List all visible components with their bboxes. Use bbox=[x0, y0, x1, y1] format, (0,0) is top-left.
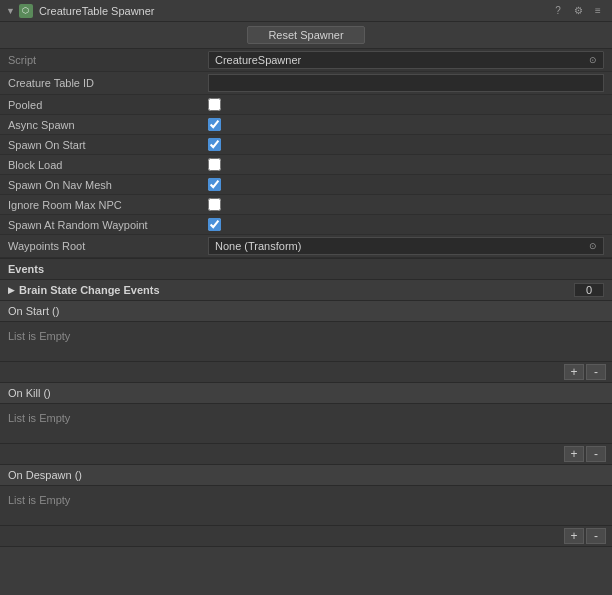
waypoints-root-label: Waypoints Root bbox=[8, 240, 208, 252]
on-kill-empty-text: List is Empty bbox=[8, 412, 70, 424]
on-kill-label: On Kill () bbox=[8, 387, 51, 399]
script-name-text: CreatureSpawner bbox=[215, 54, 301, 66]
field-row-block-load: Block Load bbox=[0, 155, 612, 175]
script-field-label: Script bbox=[8, 54, 208, 66]
on-start-event-block: On Start () List is Empty + - bbox=[0, 301, 612, 383]
reset-spawner-button[interactable]: Reset Spawner bbox=[247, 26, 364, 44]
ignore-room-max-npc-checkbox[interactable] bbox=[208, 198, 221, 211]
help-icon[interactable]: ? bbox=[550, 3, 566, 19]
creature-table-id-input[interactable] bbox=[208, 74, 604, 92]
on-start-empty-text: List is Empty bbox=[8, 330, 70, 342]
brain-state-events-label: Brain State Change Events bbox=[19, 284, 574, 296]
field-row-ignore-room-max-npc: Ignore Room Max NPC bbox=[0, 195, 612, 215]
spawn-on-start-value bbox=[208, 138, 604, 151]
on-start-remove-button[interactable]: - bbox=[586, 364, 606, 380]
field-row-async-spawn: Async Spawn bbox=[0, 115, 612, 135]
on-kill-remove-button[interactable]: - bbox=[586, 446, 606, 462]
brain-state-collapse-icon: ▶ bbox=[8, 285, 15, 295]
on-despawn-header: On Despawn () bbox=[0, 465, 612, 486]
on-despawn-label: On Despawn () bbox=[8, 469, 82, 481]
reset-button-row: Reset Spawner bbox=[0, 22, 612, 49]
on-start-add-button[interactable]: + bbox=[564, 364, 584, 380]
waypoints-root-value: None (Transform) ⊙ bbox=[208, 237, 604, 255]
collapse-arrow-icon[interactable]: ▼ bbox=[6, 6, 15, 16]
brain-state-events-count: 0 bbox=[574, 283, 604, 297]
field-row-pooled: Pooled bbox=[0, 95, 612, 115]
spawn-at-random-waypoint-label: Spawn At Random Waypoint bbox=[8, 219, 208, 231]
creature-table-id-label: Creature Table ID bbox=[8, 77, 208, 89]
waypoints-root-dropdown-text: None (Transform) bbox=[215, 240, 301, 252]
on-despawn-add-button[interactable]: + bbox=[564, 528, 584, 544]
on-start-header: On Start () bbox=[0, 301, 612, 322]
script-target-icon[interactable]: ⊙ bbox=[589, 55, 597, 65]
on-kill-add-button[interactable]: + bbox=[564, 446, 584, 462]
block-load-label: Block Load bbox=[8, 159, 208, 171]
spawn-on-nav-mesh-checkbox[interactable] bbox=[208, 178, 221, 191]
async-spawn-value bbox=[208, 118, 604, 131]
ignore-room-max-npc-label: Ignore Room Max NPC bbox=[8, 199, 208, 211]
events-section: Events ▶ Brain State Change Events 0 On … bbox=[0, 258, 612, 547]
on-despawn-footer: + - bbox=[0, 526, 612, 547]
pooled-label: Pooled bbox=[8, 99, 208, 111]
waypoints-root-dropdown[interactable]: None (Transform) ⊙ bbox=[208, 237, 604, 255]
title-bar: ▼ ⬡ CreatureTable Spawner ? ⚙ ≡ bbox=[0, 0, 612, 22]
on-despawn-event-block: On Despawn () List is Empty + - bbox=[0, 465, 612, 547]
events-section-header: Events bbox=[0, 258, 612, 279]
field-row-spawn-on-start: Spawn On Start bbox=[0, 135, 612, 155]
script-field-row: Script CreatureSpawner ⊙ bbox=[0, 49, 612, 72]
component-title: CreatureTable Spawner bbox=[39, 5, 544, 17]
spawn-on-nav-mesh-label: Spawn On Nav Mesh bbox=[8, 179, 208, 191]
menu-icon[interactable]: ≡ bbox=[590, 3, 606, 19]
on-despawn-remove-button[interactable]: - bbox=[586, 528, 606, 544]
creature-table-id-value bbox=[208, 74, 604, 92]
spawn-on-nav-mesh-value bbox=[208, 178, 604, 191]
script-value-box[interactable]: CreatureSpawner ⊙ bbox=[208, 51, 604, 69]
pooled-value bbox=[208, 98, 604, 111]
on-kill-event-block: On Kill () List is Empty + - bbox=[0, 383, 612, 465]
pooled-checkbox[interactable] bbox=[208, 98, 221, 111]
field-row-spawn-on-nav-mesh: Spawn On Nav Mesh bbox=[0, 175, 612, 195]
field-row-spawn-at-random-waypoint: Spawn At Random Waypoint bbox=[0, 215, 612, 235]
spawn-at-random-waypoint-value bbox=[208, 218, 604, 231]
component-icon: ⬡ bbox=[19, 4, 33, 18]
on-start-content: List is Empty bbox=[0, 322, 612, 362]
spawn-on-start-checkbox[interactable] bbox=[208, 138, 221, 151]
on-kill-footer: + - bbox=[0, 444, 612, 465]
on-start-label: On Start () bbox=[8, 305, 59, 317]
on-despawn-empty-text: List is Empty bbox=[8, 494, 70, 506]
on-start-footer: + - bbox=[0, 362, 612, 383]
ignore-room-max-npc-value bbox=[208, 198, 604, 211]
spawn-on-start-label: Spawn On Start bbox=[8, 139, 208, 151]
brain-state-events-row[interactable]: ▶ Brain State Change Events 0 bbox=[0, 279, 612, 301]
field-row-creature-table-id: Creature Table ID bbox=[0, 72, 612, 95]
field-row-waypoints-root: Waypoints Root None (Transform) ⊙ bbox=[0, 235, 612, 258]
fields-section: Creature Table ID Pooled Async Spawn Spa… bbox=[0, 72, 612, 258]
waypoints-root-dropdown-arrow-icon: ⊙ bbox=[589, 241, 597, 251]
on-kill-header: On Kill () bbox=[0, 383, 612, 404]
on-kill-content: List is Empty bbox=[0, 404, 612, 444]
title-bar-actions: ? ⚙ ≡ bbox=[550, 3, 606, 19]
on-despawn-content: List is Empty bbox=[0, 486, 612, 526]
title-bar-icons: ▼ ⬡ bbox=[6, 4, 33, 18]
block-load-value bbox=[208, 158, 604, 171]
async-spawn-label: Async Spawn bbox=[8, 119, 208, 131]
spawn-at-random-waypoint-checkbox[interactable] bbox=[208, 218, 221, 231]
settings-icon[interactable]: ⚙ bbox=[570, 3, 586, 19]
async-spawn-checkbox[interactable] bbox=[208, 118, 221, 131]
block-load-checkbox[interactable] bbox=[208, 158, 221, 171]
